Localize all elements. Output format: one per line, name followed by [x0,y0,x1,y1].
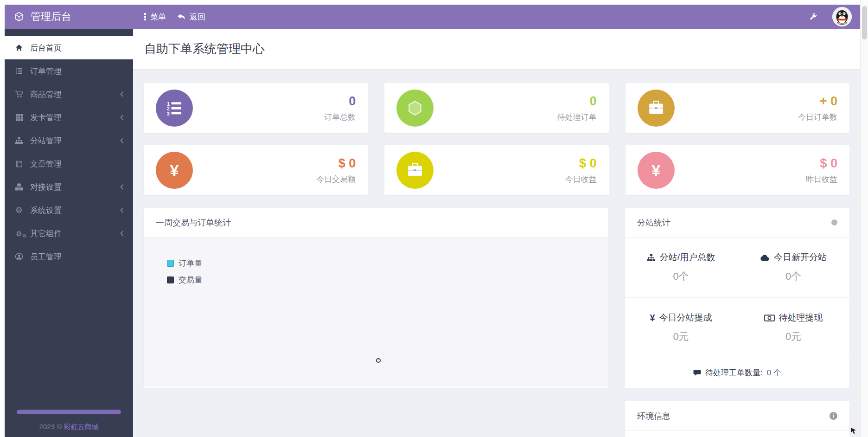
sidebar-item-orders[interactable]: 订单管理 [5,59,133,83]
stat-label: 今日订单数 [798,112,837,122]
substation-cell-total: 分站/用户总数 0个 [625,238,737,298]
sidebar-item-label: 系统设置 [30,205,62,216]
stat-card-today-transactions[interactable]: ¥ $ 0 今日交易额 [144,145,368,195]
sitemap-icon [14,136,24,145]
cell-value: 0个 [785,270,801,283]
topbar: 管理后台 菜单 返回 [5,5,860,29]
pending-tickets-row[interactable]: 待处理工单数量: 0 个 [625,358,849,387]
weekly-chart-panel: 一周交易与订单统计 订单量 交易量 [144,208,608,388]
sidebar-item-label: 其它组件 [30,228,62,239]
list-icon [14,67,24,75]
legend-item-transactions[interactable]: 交易量 [167,275,202,285]
stat-value: $ 0 [316,156,356,171]
pending-tickets-label: 待处理工单数量: [705,367,763,378]
chevron-left-icon [120,115,124,120]
substation-cell-withdrawals: 待处理提现 0元 [737,298,849,358]
yen-icon: ¥ [638,152,675,189]
stat-card-today-orders[interactable]: + 0 今日订单数 [625,83,849,133]
page-title: 自助下单系统管理中心 [144,41,265,57]
briefcase-icon [396,152,434,189]
back-label: 返回 [190,12,205,22]
avatar[interactable] [832,7,852,26]
pending-tickets-value: 0 个 [767,367,781,378]
sidebar-item-label: 订单管理 [30,66,62,77]
yen-icon: ¥ [650,313,655,323]
stat-card-total-orders[interactable]: 1 2 3 0 订单总数 [144,83,368,133]
cell-value: 0个 [673,270,689,283]
sidebar-item-label: 文章管理 [30,159,62,169]
substation-grid: 分站/用户总数 0个 今日新开分站 0个 [625,238,849,358]
chevron-left-icon [120,91,124,97]
gears-icon: ⚙⚙ [14,230,24,237]
scrollbar-track [860,0,868,437]
substation-panel-title: 分站统计 [637,217,670,228]
mouse-cursor [850,427,857,434]
copyright-year: 2023 © [39,423,62,431]
copyright: 2023 © 彩虹云商城 [5,423,133,431]
stat-value: 0 [557,94,597,109]
home-icon [14,44,24,52]
sidebar-item-label: 后台首页 [30,43,62,53]
stat-card-pending-orders[interactable]: 0 待处理订单 [384,83,608,133]
comment-icon [693,369,701,376]
sidebar-item-articles[interactable]: 文章管理 [5,152,133,175]
money-bill-icon [764,315,775,321]
stat-value: $ 0 [806,156,837,171]
stat-label: 订单总数 [324,112,356,122]
substation-panel-header: 分站统计 [625,208,849,238]
stat-card-today-profit[interactable]: $ 0 今日收益 [384,145,608,195]
info-icon[interactable]: i [830,412,837,420]
sidebar-item-integration[interactable]: 对接设置 [5,175,133,199]
sidebar: 后台首页 订单管理 商品管理 发卡管理 分站管理 [5,29,133,437]
environment-panel-title: 环境信息 [637,411,670,422]
sidebar-item-products[interactable]: 商品管理 [5,83,133,106]
sidebar-item-components[interactable]: ⚙⚙ 其它组件 [5,222,133,245]
sidebar-item-substations[interactable]: 分站管理 [5,129,133,152]
cell-value: 0元 [785,330,801,344]
substation-cell-commission: ¥ 今日分站提成 0元 [625,298,737,358]
menu-toggle[interactable]: 菜单 [144,12,166,22]
hexagon-icon [396,90,434,127]
cart-icon [14,90,24,98]
legend-item-orders[interactable]: 订单量 [167,258,202,269]
stat-value: $ 0 [565,156,597,171]
wrench-icon[interactable] [809,13,817,21]
list-numbered-icon: 1 2 3 [156,90,193,127]
page-header: 自助下单系统管理中心 [133,29,860,70]
sidebar-item-cards[interactable]: 发卡管理 [5,106,133,129]
back-arrow-icon [177,13,185,20]
status-dot-icon [831,219,837,225]
environment-panel-header: 环境信息 i [625,401,849,431]
sidebar-item-dashboard[interactable]: 后台首页 [5,36,133,59]
user-circle-icon [14,252,24,261]
cell-label: 今日新开分站 [774,251,827,263]
stat-label: 今日收益 [565,174,597,185]
sidebar-item-label: 发卡管理 [30,112,62,123]
menu-icon [144,13,146,20]
stat-label: 待处理订单 [557,112,597,122]
back-button[interactable]: 返回 [177,12,205,22]
sidebar-item-staff[interactable]: 员工管理 [5,245,133,268]
sidebar-item-system-settings[interactable]: ⚙ 系统设置 [5,199,133,222]
menu-label: 菜单 [150,12,166,22]
sitemap-icon [647,253,656,262]
chevron-left-icon [120,184,124,190]
stat-card-yesterday-profit[interactable]: ¥ $ 0 昨日收益 [625,145,849,195]
sidebar-item-label: 员工管理 [30,251,62,262]
sidebar-item-label: 商品管理 [30,89,62,100]
scrollbar-thumb[interactable] [862,6,867,39]
app-logo[interactable]: 管理后台 [5,10,133,24]
chevron-left-icon [120,207,124,213]
stat-label: 昨日收益 [806,174,837,185]
chart-area: 订单量 交易量 [144,238,608,387]
footer-brand-link[interactable]: 彩虹云商城 [64,423,98,431]
chart-legend: 订单量 交易量 [167,258,202,291]
sidebar-item-label: 对接设置 [30,182,62,193]
sidebar-item-label: 分站管理 [30,135,62,146]
substation-cell-new-today: 今日新开分站 0个 [737,238,849,298]
chart-panel-header: 一周交易与订单统计 [144,208,608,238]
yen-icon: ¥ [156,152,193,189]
substation-panel: 分站统计 分站/用户总数 0个 [625,208,849,388]
briefcase-icon [638,90,675,127]
main-content: 自助下单系统管理中心 1 2 3 0 订单总数 [133,29,860,437]
